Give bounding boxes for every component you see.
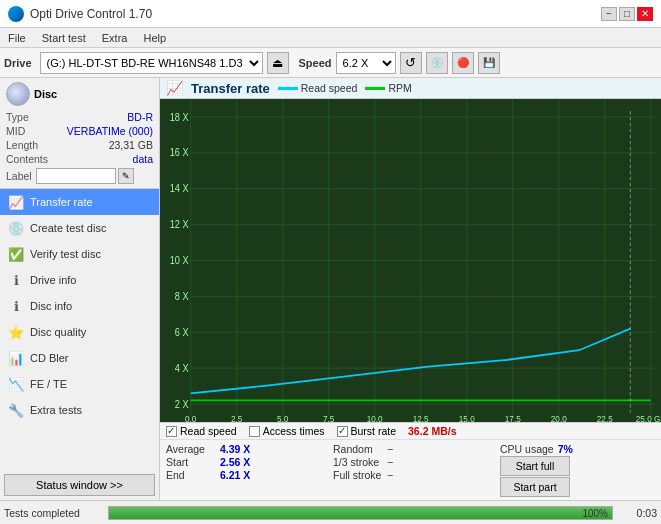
access-times-checkbox[interactable] <box>249 426 260 437</box>
write-button[interactable]: 💿 <box>426 52 448 74</box>
average-label: Average <box>166 443 216 455</box>
nav-item-drive-info[interactable]: ℹ Drive info <box>0 267 159 293</box>
legend-row: Read speed Access times Burst rate 36.2 … <box>160 423 661 440</box>
nav-label-create-test-disc: Create test disc <box>30 222 106 234</box>
end-value: 6.21 X <box>220 469 250 481</box>
svg-text:7.5: 7.5 <box>323 413 334 422</box>
disc-icon <box>6 82 30 106</box>
svg-text:15.0: 15.0 <box>459 413 475 422</box>
disc-mid-row: MID VERBATIMe (000) <box>6 124 153 138</box>
app-logo <box>8 6 24 22</box>
nav-item-transfer-rate[interactable]: 📈 Transfer rate <box>0 189 159 215</box>
extra-tests-icon: 🔧 <box>8 402 24 418</box>
read-speed-checkbox[interactable] <box>166 426 177 437</box>
main-area: Disc Type BD-R MID VERBATIMe (000) Lengt… <box>0 78 661 500</box>
start-full-button[interactable]: Start full <box>500 456 570 476</box>
drive-select[interactable]: (G:) HL-DT-ST BD-RE WH16NS48 1.D3 <box>40 52 263 74</box>
drive-info-icon: ℹ <box>8 272 24 288</box>
app-title: Opti Drive Control 1.70 <box>30 7 152 21</box>
nav-label-extra-tests: Extra tests <box>30 404 82 416</box>
chart-header: 📈 Transfer rate Read speed RPM <box>160 78 661 99</box>
disc-contents-label: Contents <box>6 153 48 165</box>
svg-text:25.0 GB: 25.0 GB <box>636 413 661 422</box>
toolbar: Drive (G:) HL-DT-ST BD-RE WH16NS48 1.D3 … <box>0 48 661 78</box>
disc-contents-row: Contents data <box>6 152 153 166</box>
svg-text:16 X: 16 X <box>170 147 189 159</box>
titlebar-controls: − □ ✕ <box>601 7 653 21</box>
nav-menu: 📈 Transfer rate 💿 Create test disc ✅ Ver… <box>0 189 159 470</box>
nav-item-disc-quality[interactable]: ⭐ Disc quality <box>0 319 159 345</box>
start-part-button[interactable]: Start part <box>500 477 570 497</box>
access-times-check-label[interactable]: Access times <box>249 425 325 437</box>
nav-item-verify-test-disc[interactable]: ✅ Verify test disc <box>0 241 159 267</box>
read-speed-check-text: Read speed <box>180 425 237 437</box>
minimize-button[interactable]: − <box>601 7 617 21</box>
chart-title-icon: 📈 <box>166 80 183 96</box>
progress-text: 100% <box>582 507 608 521</box>
cpu-row: CPU usage 7% <box>500 443 655 455</box>
stroke-1-3-row: 1/3 stroke − <box>333 456 488 468</box>
legend-read-speed: Read speed <box>278 82 358 94</box>
refresh-button[interactable]: ↺ <box>400 52 422 74</box>
average-row: Average 4.39 X <box>166 443 321 455</box>
svg-text:20.0: 20.0 <box>551 413 567 422</box>
full-stroke-label: Full stroke <box>333 469 383 481</box>
legend-read-label: Read speed <box>301 82 358 94</box>
nav-item-create-test-disc[interactable]: 💿 Create test disc <box>0 215 159 241</box>
save-button[interactable]: 💾 <box>478 52 500 74</box>
menubar: File Start test Extra Help <box>0 28 661 48</box>
full-stroke-value: − <box>387 469 393 481</box>
erase-button[interactable]: 🔴 <box>452 52 474 74</box>
nav-item-disc-info[interactable]: ℹ Disc info <box>0 293 159 319</box>
cpu-value: 7% <box>558 443 573 455</box>
burst-rate-check-label[interactable]: Burst rate <box>337 425 397 437</box>
speed-select[interactable]: 6.2 X MAX 4.0 X 2.0 X <box>336 52 396 74</box>
progress-bar: 100% <box>108 506 613 520</box>
eject-button[interactable]: ⏏ <box>267 52 289 74</box>
disc-label-text: Label <box>6 170 32 182</box>
svg-text:4 X: 4 X <box>175 362 189 374</box>
nav-label-drive-info: Drive info <box>30 274 76 286</box>
chart-area: 18 X 16 X 14 X 12 X 10 X 8 X 6 X 4 X 2 X… <box>160 99 661 422</box>
nav-item-extra-tests[interactable]: 🔧 Extra tests <box>0 397 159 423</box>
disc-type-label: Type <box>6 111 29 123</box>
menu-help[interactable]: Help <box>139 31 170 45</box>
speed-label: Speed <box>299 57 332 69</box>
start-label: Start <box>166 456 216 468</box>
titlebar-left: Opti Drive Control 1.70 <box>8 6 152 22</box>
disc-type-row: Type BD-R <box>6 110 153 124</box>
disc-label-input[interactable] <box>36 168 116 184</box>
maximize-button[interactable]: □ <box>619 7 635 21</box>
stats-rows: Average 4.39 X Start 2.56 X End 6.21 X <box>160 440 661 500</box>
nav-item-fe-te[interactable]: 📉 FE / TE <box>0 371 159 397</box>
svg-text:6 X: 6 X <box>175 326 189 338</box>
disc-label-edit-button[interactable]: ✎ <box>118 168 134 184</box>
status-text: Tests completed <box>4 507 104 519</box>
disc-type-value: BD-R <box>127 111 153 123</box>
read-speed-check-label[interactable]: Read speed <box>166 425 237 437</box>
progress-bar-fill <box>109 507 612 519</box>
svg-text:17.5: 17.5 <box>505 413 521 422</box>
stats-col-3: CPU usage 7% Start full Start part <box>494 440 661 500</box>
menu-start-test[interactable]: Start test <box>38 31 90 45</box>
disc-info-icon: ℹ <box>8 298 24 314</box>
menu-extra[interactable]: Extra <box>98 31 132 45</box>
menu-file[interactable]: File <box>4 31 30 45</box>
svg-text:14 X: 14 X <box>170 183 189 195</box>
svg-text:18 X: 18 X <box>170 111 189 123</box>
nav-label-transfer-rate: Transfer rate <box>30 196 93 208</box>
stroke-1-3-value: − <box>387 456 393 468</box>
start-full-row: Start full <box>500 456 655 476</box>
burst-rate-checkbox[interactable] <box>337 426 348 437</box>
start-value: 2.56 X <box>220 456 250 468</box>
stats-col-2: Random − 1/3 stroke − Full stroke − <box>327 440 494 500</box>
disc-contents-value: data <box>133 153 153 165</box>
status-window-button[interactable]: Status window >> <box>4 474 155 496</box>
chart-bottom: Read speed Access times Burst rate 36.2 … <box>160 422 661 500</box>
sidebar: Disc Type BD-R MID VERBATIMe (000) Lengt… <box>0 78 160 500</box>
create-test-disc-icon: 💿 <box>8 220 24 236</box>
nav-label-verify-test-disc: Verify test disc <box>30 248 101 260</box>
drive-label: Drive <box>4 57 32 69</box>
nav-item-cd-bler[interactable]: 📊 CD Bler <box>0 345 159 371</box>
close-button[interactable]: ✕ <box>637 7 653 21</box>
